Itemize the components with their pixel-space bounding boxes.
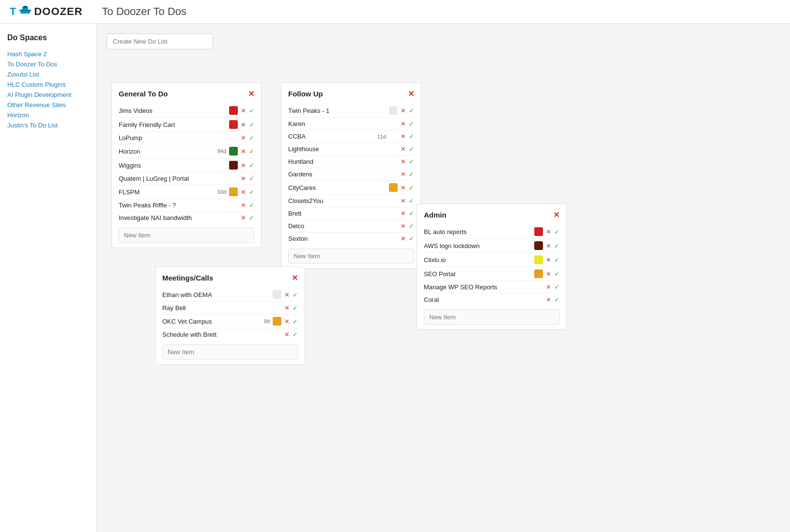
item-complete-button[interactable]: ✓: [554, 256, 559, 264]
item-delete-button[interactable]: ✕: [401, 107, 406, 114]
item-complete-button[interactable]: ✓: [554, 242, 559, 250]
item-delete-button[interactable]: ✕: [241, 121, 246, 128]
logo: T DOOZER: [10, 5, 83, 18]
item-color-indicator[interactable]: [229, 147, 238, 156]
item-color-indicator[interactable]: [273, 290, 281, 299]
new-item-input[interactable]: [288, 249, 414, 264]
item-complete-button[interactable]: ✓: [249, 188, 254, 196]
list-item: Huntland✕✓: [288, 156, 414, 168]
item-delete-button[interactable]: ✕: [401, 235, 406, 242]
board-title: Meetings/Calls: [162, 274, 213, 282]
board-general-to-do: General To Do✕Jims Videos✕✓Family Friend…: [111, 82, 262, 248]
item-complete-button[interactable]: ✓: [409, 107, 414, 114]
item-delete-button[interactable]: ✕: [401, 133, 406, 140]
item-delete-button[interactable]: ✕: [241, 134, 246, 141]
item-complete-button[interactable]: ✓: [554, 228, 559, 235]
item-color-indicator[interactable]: [229, 120, 238, 129]
sidebar-item-justins-to-do-list[interactable]: Justin's To Do List: [7, 120, 89, 130]
item-complete-button[interactable]: ✓: [409, 197, 414, 204]
item-complete-button[interactable]: ✓: [409, 145, 414, 153]
item-label: Clixlo.io: [424, 256, 531, 264]
item-complete-button[interactable]: ✓: [409, 222, 414, 230]
item-delete-button[interactable]: ✕: [401, 222, 406, 230]
item-color-indicator[interactable]: [229, 188, 238, 196]
new-item-input[interactable]: [424, 310, 559, 325]
item-delete-button[interactable]: ✕: [546, 256, 551, 264]
item-color-indicator[interactable]: [534, 255, 543, 264]
item-complete-button[interactable]: ✓: [249, 214, 254, 221]
item-complete-button[interactable]: ✓: [249, 121, 254, 128]
sidebar-item-hash-space-2[interactable]: Hash Space 2: [7, 49, 89, 59]
item-delete-button[interactable]: ✕: [284, 304, 290, 312]
item-complete-button[interactable]: ✓: [554, 296, 559, 303]
item-delete-button[interactable]: ✕: [546, 283, 551, 291]
item-delete-button[interactable]: ✕: [401, 210, 406, 217]
item-complete-button[interactable]: ✓: [249, 162, 254, 169]
item-complete-button[interactable]: ✓: [409, 133, 414, 140]
item-color-indicator[interactable]: [389, 183, 398, 192]
item-complete-button[interactable]: ✓: [249, 175, 254, 182]
item-delete-button[interactable]: ✕: [284, 318, 290, 325]
item-color-indicator[interactable]: [229, 161, 238, 170]
item-delete-button[interactable]: ✕: [546, 296, 551, 303]
item-delete-button[interactable]: ✕: [401, 197, 406, 204]
list-item: Manage WP SEO Reports✕✓: [424, 281, 559, 294]
item-delete-button[interactable]: ✕: [546, 242, 551, 250]
item-delete-button[interactable]: ✕: [241, 175, 246, 182]
item-complete-button[interactable]: ✓: [409, 158, 414, 165]
item-complete-button[interactable]: ✓: [249, 107, 254, 114]
item-complete-button[interactable]: ✓: [409, 171, 414, 178]
item-complete-button[interactable]: ✓: [293, 318, 298, 325]
item-color-indicator[interactable]: [273, 317, 281, 326]
item-delete-button[interactable]: ✕: [241, 202, 246, 209]
item-label: Jims Videos: [119, 107, 226, 114]
item-complete-button[interactable]: ✓: [249, 148, 254, 155]
item-color-indicator[interactable]: [534, 227, 543, 236]
new-item-input[interactable]: [162, 344, 298, 360]
new-list-input[interactable]: [107, 33, 213, 49]
item-delete-button[interactable]: ✕: [401, 145, 406, 153]
item-delete-button[interactable]: ✕: [546, 270, 551, 278]
board-close-button[interactable]: ✕: [248, 90, 254, 98]
sidebar-item-horizon[interactable]: Horizon: [7, 110, 89, 120]
item-color-indicator[interactable]: [229, 106, 238, 115]
item-color-indicator[interactable]: [389, 106, 398, 115]
sidebar-item-hlc-custom-plugins[interactable]: HLC Custom Plugins: [7, 79, 89, 90]
item-complete-button[interactable]: ✓: [409, 210, 414, 217]
sidebar-item-other-revenue-sites[interactable]: Other Revenue Sites: [7, 100, 89, 110]
item-delete-button[interactable]: ✕: [401, 158, 406, 165]
sidebar-item-zovutsi-list[interactable]: Zovutsi List: [7, 69, 89, 79]
item-delete-button[interactable]: ✕: [241, 162, 246, 169]
item-color-indicator[interactable]: [534, 241, 543, 250]
item-delete-button[interactable]: ✕: [241, 188, 246, 196]
item-delete-button[interactable]: ✕: [241, 214, 246, 221]
item-delete-button[interactable]: ✕: [401, 171, 406, 178]
item-complete-button[interactable]: ✓: [554, 270, 559, 278]
item-complete-button[interactable]: ✓: [554, 283, 559, 291]
sidebar-item-to-doozer-to-dos[interactable]: To Doozer To Dos: [7, 59, 89, 69]
item-complete-button[interactable]: ✓: [409, 235, 414, 242]
item-delete-button[interactable]: ✕: [284, 331, 290, 338]
item-complete-button[interactable]: ✓: [409, 120, 414, 127]
item-delete-button[interactable]: ✕: [241, 107, 246, 114]
item-complete-button[interactable]: ✓: [249, 202, 254, 209]
item-label: SEO Portal: [424, 270, 531, 278]
list-item: Horizon94d✕✓: [119, 144, 254, 158]
item-complete-button[interactable]: ✓: [293, 331, 298, 338]
sidebar-item-ai-plugin-development[interactable]: AI Plugin Development: [7, 90, 89, 100]
item-delete-button[interactable]: ✕: [401, 184, 406, 191]
board-close-button[interactable]: ✕: [553, 211, 559, 219]
item-color-indicator[interactable]: [534, 269, 543, 278]
item-delete-button[interactable]: ✕: [241, 148, 246, 155]
item-delete-button[interactable]: ✕: [546, 228, 551, 235]
new-item-input[interactable]: [119, 228, 254, 243]
item-complete-button[interactable]: ✓: [409, 184, 414, 191]
item-complete-button[interactable]: ✓: [293, 291, 298, 298]
sidebar: Do Spaces Hash Space 2To Doozer To DosZo…: [0, 24, 97, 532]
item-delete-button[interactable]: ✕: [284, 291, 290, 298]
item-delete-button[interactable]: ✕: [401, 120, 406, 127]
item-complete-button[interactable]: ✓: [249, 134, 254, 141]
item-complete-button[interactable]: ✓: [293, 304, 298, 312]
board-close-button[interactable]: ✕: [408, 90, 414, 98]
board-close-button[interactable]: ✕: [292, 274, 298, 282]
